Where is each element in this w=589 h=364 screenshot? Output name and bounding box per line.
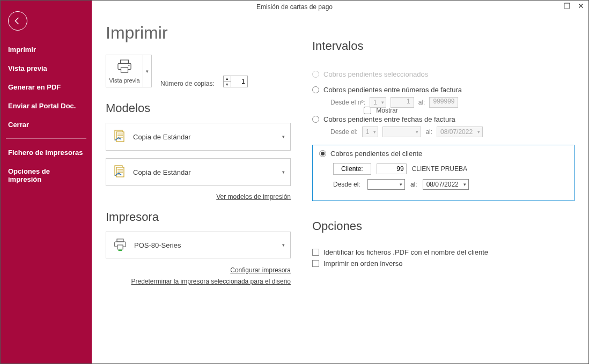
date-from-input[interactable] [382,127,421,137]
model-2-label: Copia de Estándar [133,168,191,176]
svg-rect-8 [117,239,123,242]
desde-label: Desde el: [333,181,362,188]
intervalo-opt-2-sub: Desde el nº: 1 1 al: 999999 [330,97,575,108]
copies-input[interactable] [231,76,247,87]
link-ver-modelos[interactable]: Ver modelos de impresión [216,193,291,200]
right-column: Intervalos Cobros pendientes seleccionad… [312,23,575,363]
document-icon [113,165,127,179]
intervalo-opt-3[interactable]: Cobros pendientes entre fechas de factur… [312,115,575,123]
printer-icon [116,60,132,73]
intervalo-opt-1: Cobros pendientes seleccionados [312,70,575,78]
sidebar-separator [6,138,86,139]
sidebar-item-cerrar[interactable]: Cerrar [1,115,92,134]
printer-select[interactable]: POS-80-Series ▾ [106,232,291,258]
chevron-down-icon: ▾ [282,169,285,175]
copies-label: Número de copias: [160,80,215,87]
sidebar-item-vista-previa[interactable]: Vista previa [1,59,92,78]
printer-name-label: POS-80-Series [134,241,181,249]
date-to-input[interactable]: 08/07/2022 [437,127,483,137]
cliente-button[interactable]: Cliente: [333,163,371,175]
intervalos-heading: Intervalos [312,39,575,53]
model-select-1[interactable]: Copia de Estándar ▾ [106,123,291,151]
page-heading: Imprimir [106,23,291,43]
radio-entre-numeros[interactable] [312,86,319,93]
radio-entre-fechas[interactable] [312,116,319,123]
link-predeterminar-impresora[interactable]: Predeterminar la impresora seleccionada … [131,278,291,285]
svg-rect-2 [121,68,128,72]
sidebar-item-imprimir[interactable]: Imprimir [1,40,92,59]
link-configurar-impresora[interactable]: Configurar impresora [230,266,291,274]
intervalo-opt-3-sub: Desde el: 1 al: 08/07/2022 [330,127,575,137]
vista-previa-dropdown[interactable]: ▾ [143,55,151,87]
cliente-num-input[interactable] [377,164,407,174]
document-icon [113,130,127,144]
left-column: Imprimir Vista previa ▾ Número de copias… [106,23,291,363]
intervalo-opt-4-box: Cobros pendientes del cliente Cliente: C… [312,145,575,201]
vista-previa-label: Vista previa [108,77,141,84]
opcion-orden-inverso[interactable]: Imprimir en orden inverso [312,259,575,268]
close-button[interactable]: ✕ [577,2,585,10]
modelos-heading: Modelos [106,101,150,115]
chevron-down-icon: ▾ [282,242,285,248]
serie-date-from-dropdown[interactable]: 1 [362,127,379,137]
model-1-label: Copia de Estándar [133,133,191,141]
cliente-desde-input[interactable] [367,179,405,190]
sidebar-item-generar-pdf[interactable]: Generar en PDF [1,78,92,96]
al-label: al: [410,181,417,188]
model-select-2[interactable]: Copia de Estándar ▾ [106,158,291,186]
impresora-heading: Impresora [106,210,291,224]
arrow-left-icon [13,16,23,26]
checkbox-orden-inverso[interactable] [312,260,319,267]
spinner-down[interactable]: ▼ [224,82,231,87]
sidebar-item-enviar-portal[interactable]: Enviar al Portal Doc. [1,96,92,115]
vista-previa-block: Vista previa ▾ [106,55,152,87]
chevron-down-icon: ▾ [282,134,285,139]
window-title: Emisión de cartas de pago [256,3,333,11]
maximize-button[interactable]: ❐ [563,2,571,10]
spinner-up[interactable]: ▲ [224,76,231,82]
opcion-pdf-nombre[interactable]: Identificar los ficheros .PDF con el nom… [312,248,575,256]
chevron-down-icon: ▾ [146,69,149,74]
serie-from-dropdown[interactable]: 1 [370,97,386,108]
opciones-heading: Opciones [312,219,575,233]
svg-point-3 [128,65,129,66]
intervalo-opt-2[interactable]: Cobros pendientes entre números de factu… [312,86,575,94]
radio-cliente[interactable] [319,150,326,157]
num-from-input[interactable]: 1 [391,97,414,108]
svg-rect-0 [121,60,129,64]
cliente-hasta-input[interactable]: 08/07/2022 [423,179,469,190]
svg-rect-10 [117,245,123,249]
vista-previa-button[interactable]: Vista previa [106,55,143,87]
svg-rect-5 [116,132,124,142]
cliente-name-label: CLIENTE PRUEBA [412,165,467,173]
back-button[interactable] [8,11,27,31]
printer-green-icon [113,239,128,251]
checkbox-pdf-nombre[interactable] [312,249,319,256]
sidebar: Imprimir Vista previa Generar en PDF Env… [1,1,92,363]
svg-rect-7 [116,167,124,177]
num-to-input[interactable]: 999999 [429,97,458,108]
copies-spinner[interactable]: ▲ ▼ [223,76,248,87]
radio-seleccionados [312,71,319,78]
svg-rect-11 [119,250,122,251]
main-area: Imprimir Vista previa ▾ Número de copias… [92,13,588,363]
sidebar-item-fichero-impresoras[interactable]: Fichero de impresoras [1,143,92,162]
sidebar-item-opciones-impresion[interactable]: Opciones de impresión [1,162,92,189]
intervalo-opt-4[interactable]: Cobros pendientes del cliente [319,150,568,158]
